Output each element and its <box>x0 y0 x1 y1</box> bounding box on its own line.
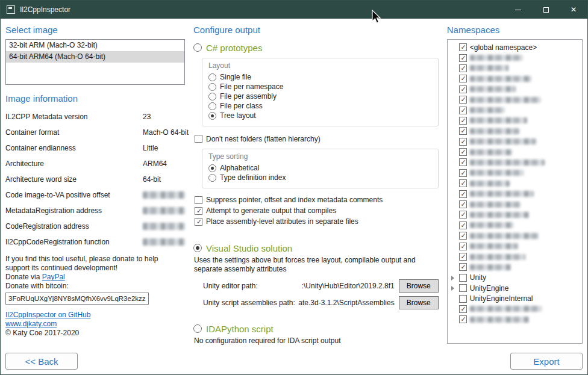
namespace-item[interactable] <box>449 188 581 199</box>
option-label: Place assembly-level attributes in separ… <box>206 217 358 226</box>
namespace-checkbox[interactable] <box>459 211 467 218</box>
namespace-checkbox[interactable] <box>459 54 467 62</box>
radio-option[interactable]: File per namespace <box>208 82 432 91</box>
close-button[interactable]: ✕ <box>560 1 587 19</box>
namespace-checkbox[interactable] <box>459 148 467 156</box>
namespace-checkbox[interactable] <box>459 305 467 313</box>
radio-icon <box>193 43 202 52</box>
radio-csharp-prototypes[interactable]: C# prototypes <box>193 42 439 53</box>
image-list-item[interactable]: 64-bit ARM64 (Mach-O 64-bit) <box>6 51 184 63</box>
namespace-item[interactable] <box>449 304 581 314</box>
namespace-item[interactable] <box>449 126 581 136</box>
expander-icon[interactable] <box>451 286 454 291</box>
title-bar[interactable]: Il2CppInspector ✕ <box>1 1 587 19</box>
maximize-button[interactable] <box>532 1 560 19</box>
namespace-item[interactable] <box>449 157 581 167</box>
expander-icon[interactable] <box>451 276 454 280</box>
namespace-item[interactable]: <global namespace> <box>449 42 581 52</box>
redacted-label <box>470 212 529 218</box>
checkbox-flatten-hierarchy[interactable]: Don't nest folders (flatten hierarchy) <box>195 134 439 144</box>
namespace-list[interactable]: <global namespace>UnityUnityEngineUnityE… <box>447 39 583 344</box>
namespace-item[interactable] <box>449 231 581 241</box>
redacted-label <box>470 202 521 208</box>
namespace-item[interactable] <box>449 220 581 231</box>
namespace-item[interactable] <box>449 73 581 84</box>
checkbox-option[interactable]: Suppress pointer, offset and index metad… <box>195 194 439 205</box>
radio-option[interactable]: File per class <box>208 101 432 111</box>
namespace-item[interactable] <box>449 52 581 63</box>
namespace-item[interactable] <box>449 137 581 147</box>
namespace-item[interactable] <box>449 314 581 324</box>
namespace-checkbox[interactable] <box>459 243 467 250</box>
namespace-checkbox[interactable] <box>459 85 467 93</box>
namespace-item[interactable] <box>449 199 581 209</box>
namespace-checkbox[interactable] <box>459 138 467 146</box>
namespace-item[interactable] <box>449 168 581 178</box>
namespace-checkbox[interactable] <box>459 190 467 198</box>
back-button[interactable]: << Back <box>5 353 78 370</box>
namespace-checkbox[interactable] <box>459 179 467 187</box>
namespace-checkbox[interactable] <box>459 158 467 166</box>
unity-assemblies-path-label: Unity script assemblies path: <box>203 299 295 307</box>
info-row: IL2CPP Metadata version23 <box>5 109 185 125</box>
namespace-checkbox[interactable] <box>459 43 467 51</box>
website-link[interactable]: www.djkaty.com <box>5 320 57 328</box>
ida-description: No configuration required for IDA script… <box>194 336 439 346</box>
namespace-checkbox[interactable] <box>459 274 467 282</box>
namespace-checkbox[interactable] <box>459 284 467 292</box>
namespace-item[interactable]: UnityEngine <box>449 283 581 293</box>
namespace-item[interactable] <box>449 105 581 115</box>
unity-editor-path-value[interactable]: :\Unity\Hub\Editor\2019.2.8f1 <box>258 282 395 290</box>
app-icon <box>7 5 15 14</box>
radio-option[interactable]: Single file <box>208 72 432 82</box>
radio-option[interactable]: Alphabetical <box>208 163 432 173</box>
namespace-checkbox[interactable] <box>459 295 467 303</box>
radio-option[interactable]: Tree layout <box>208 111 432 120</box>
browse-assemblies-button[interactable]: Browse <box>399 296 439 309</box>
namespace-checkbox[interactable] <box>459 96 467 104</box>
namespace-checkbox[interactable] <box>459 315 467 323</box>
browse-editor-button[interactable]: Browse <box>399 279 439 293</box>
info-row: MetadataRegistration address <box>5 203 185 218</box>
namespace-item[interactable] <box>449 84 581 95</box>
github-link[interactable]: Il2CppInspector on GitHub <box>5 311 90 319</box>
radio-visual-studio-solution[interactable]: Visual Studio solution <box>193 243 439 253</box>
namespace-item[interactable]: Unity <box>449 273 581 283</box>
radio-option[interactable]: File per assembly <box>208 91 432 101</box>
namespace-item[interactable] <box>449 63 581 73</box>
bitcoin-address-input[interactable] <box>5 293 149 305</box>
option-label: File per assembly <box>220 92 277 101</box>
namespace-checkbox[interactable] <box>459 222 467 229</box>
radio-idapython-script[interactable]: IDAPython script <box>193 323 439 334</box>
namespace-checkbox[interactable] <box>459 169 467 177</box>
redacted-label <box>470 243 518 249</box>
namespace-item[interactable] <box>449 95 581 105</box>
namespace-item[interactable] <box>449 147 581 157</box>
minimize-button[interactable] <box>504 1 532 19</box>
namespace-item[interactable] <box>449 241 581 251</box>
image-list[interactable]: 32-bit ARM (Mach-O 32-bit)64-bit ARM64 (… <box>5 39 185 85</box>
namespace-item[interactable] <box>449 116 581 126</box>
namespace-checkbox[interactable] <box>459 64 467 72</box>
namespace-checkbox[interactable] <box>459 127 467 135</box>
namespace-checkbox[interactable] <box>459 107 467 114</box>
namespace-item[interactable] <box>449 209 581 220</box>
namespace-item[interactable] <box>449 178 581 188</box>
checkbox-option[interactable]: Place assembly-level attributes in separ… <box>195 216 439 227</box>
paypal-link[interactable]: PayPal <box>42 273 65 281</box>
namespace-checkbox[interactable] <box>459 75 467 82</box>
namespace-item[interactable] <box>449 262 581 272</box>
namespace-item[interactable] <box>449 252 581 262</box>
export-button[interactable]: Export <box>510 353 583 370</box>
namespace-checkbox[interactable] <box>459 263 467 271</box>
radio-option[interactable]: Type definition index <box>208 173 432 182</box>
namespace-checkbox[interactable] <box>459 253 467 261</box>
namespace-checkbox[interactable] <box>459 232 467 240</box>
namespace-checkbox[interactable] <box>459 117 467 125</box>
configure-output-panel: Configure output C# prototypes Layout Si… <box>193 23 439 370</box>
unity-assemblies-path-value[interactable]: ate.3d-3.1.2\ScriptAssemblies <box>295 299 395 307</box>
namespace-item[interactable]: UnityEngineInternal <box>449 293 581 303</box>
namespace-checkbox[interactable] <box>459 200 467 208</box>
checkbox-option[interactable]: Attempt to generate output that compiles <box>195 205 439 216</box>
image-list-item[interactable]: 32-bit ARM (Mach-O 32-bit) <box>6 40 184 51</box>
